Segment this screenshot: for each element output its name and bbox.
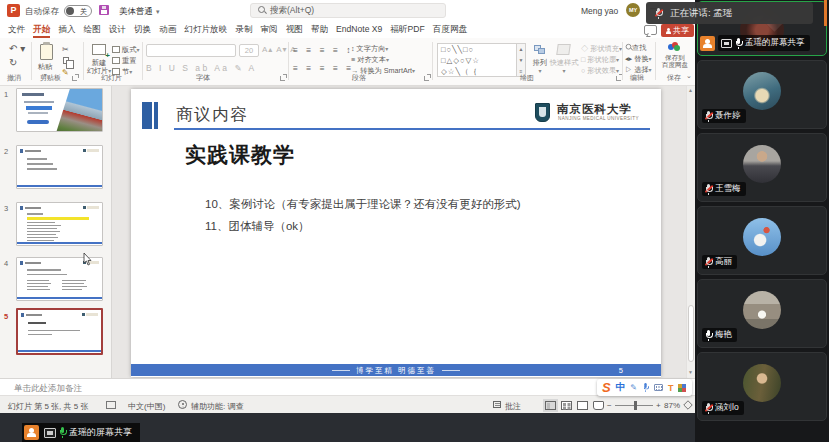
powerpoint-icon[interactable]: P [7,4,20,17]
document-title[interactable]: 美体普通▾ [119,6,160,18]
share-pill-label: 孟瑶的屏幕共享 [69,426,132,439]
tab-view[interactable]: 视图 [282,21,307,38]
tab-help[interactable]: 帮助 [307,21,332,38]
align-icons[interactable]: ≡ ≡ ≡ ≡ ≡ [293,63,354,73]
skin-icon[interactable]: T [668,383,674,393]
font-size-combo[interactable]: 20 [239,44,259,57]
screen-share-indicator[interactable]: 孟瑶的屏幕共享 [22,423,140,442]
align-text-button[interactable]: ≡ 对齐文本▾ [351,55,389,65]
search-placeholder: 搜索(Alt+Q) [270,5,314,17]
undo-button[interactable]: ↶ ▾ [9,44,25,54]
baidu-netdisk-save-icon[interactable] [668,42,682,52]
voice-icon[interactable] [643,383,649,392]
participant-tile[interactable]: 聂作婷 [697,60,827,129]
font-style-icons[interactable]: B I U S ab Aa ✎ A [146,63,257,73]
comments-status-button[interactable]: 批注 [505,401,521,412]
status-bar: 幻灯片 第 5 张, 共 5 张 中文(中国) 辅助功能: 调查 批注 − + … [0,395,695,413]
input-mode-chinese[interactable]: 中 [616,381,626,394]
collapse-ribbon-icon[interactable]: ⌄ [686,72,692,80]
reset-button[interactable]: 重置 [112,56,136,66]
slideshow-view-icon[interactable] [593,401,604,410]
toolbox-grid-icon[interactable] [678,384,686,392]
replace-button[interactable]: ◂▸ 替换▾ [625,54,652,64]
shape-effects-button[interactable]: ○ 形状效果▾ [581,66,619,76]
display-settings-icon[interactable] [106,401,116,409]
autosave-toggle[interactable]: 关 [64,5,92,17]
zoom-slider-handle[interactable] [634,401,637,410]
find-button[interactable]: 查找 [625,43,646,53]
language-status[interactable]: 中文(中国) [128,401,165,412]
paste-button[interactable] [40,44,53,60]
participant-name: 高丽 [715,256,732,268]
scrollbar-thumb[interactable] [688,305,694,362]
shape-outline-button[interactable]: □ 形状轮廓▾ [581,55,619,65]
participant-tile[interactable]: 梅艳 [697,279,827,348]
slide-thumbnail-2[interactable] [16,145,103,189]
shape-fill-button[interactable]: ◇ 形状填充▾ [581,44,622,54]
scroll-up-arrow[interactable]: ▲ [688,88,693,93]
paragraph-dialog-launcher[interactable] [424,76,429,81]
zoom-percentage[interactable]: 87% [664,401,680,410]
accessibility-status[interactable]: 辅助功能: 调查 [191,401,243,412]
font-grow-shrink-icons[interactable]: A▴ A▾ A [262,45,297,55]
screen-share-icon [721,39,732,48]
normal-view-icon[interactable] [545,401,556,410]
header-accent-bar-thin [154,102,158,129]
format-painter-icon[interactable]: ✎ [62,68,69,77]
slide-thumbnail-3[interactable] [16,202,103,246]
zoom-out-button[interactable]: − [607,401,612,410]
reading-view-icon[interactable] [577,401,588,410]
save-icon[interactable] [99,5,109,15]
shapes-gallery-scroll[interactable]: ▲▼≡ [517,43,526,77]
tab-design[interactable]: 设计 [105,21,130,38]
notes-pane[interactable]: 单击此处添加备注 [0,378,695,395]
share-button[interactable]: 共享 [661,24,694,37]
fit-to-window-icon[interactable] [683,400,693,410]
drawing-dialog-launcher[interactable] [616,76,621,81]
redo-button[interactable]: ↻ [9,58,17,68]
font-dialog-launcher[interactable] [280,76,285,81]
slide-thumbnail-1[interactable] [16,88,103,132]
mic-on-icon [59,427,66,438]
slide-sorter-view-icon[interactable] [561,401,572,410]
list-icons[interactable]: ≡ ≡ ≡ ≡ ↕ [293,45,354,55]
participant-tile[interactable]: 王雪梅 [697,133,827,202]
tab-insert[interactable]: 插入 [54,21,79,38]
layout-button[interactable]: 版式▾ [112,45,139,55]
tab-record[interactable]: 录制 [231,21,256,38]
tab-transitions[interactable]: 切换 [130,21,155,38]
search-input[interactable]: 搜索(Alt+Q) [250,3,446,18]
avatar[interactable]: MY [626,3,640,17]
participant-tile[interactable]: 涵刘lo [697,352,827,421]
screen-icon [44,428,56,438]
new-slide-button[interactable] [92,44,106,55]
tab-home[interactable]: 开始 [29,21,54,38]
tab-slideshow[interactable]: 幻灯片放映 [180,21,231,38]
slide-editor[interactable]: 商议内容 南京医科大学 NANJING MEDICAL UNIVERSITY 实… [131,89,661,377]
pen-icon[interactable]: ✎ [630,383,637,392]
tab-draw[interactable]: 绘图 [80,21,105,38]
sogou-logo[interactable]: S [602,380,611,395]
tab-file[interactable]: 文件 [4,21,29,38]
tab-foxit-pdf[interactable]: 福昕PDF [386,21,428,38]
participant-tile[interactable]: 高丽 [697,206,827,275]
clipboard-dialog-launcher[interactable] [72,76,77,81]
tab-animations[interactable]: 动画 [155,21,180,38]
scroll-down-arrow[interactable]: ▼ [688,370,693,375]
slide-thumbnail-5[interactable] [16,308,103,355]
text-direction-button[interactable]: ↕ 文字方向▾ [351,44,388,54]
tab-review[interactable]: 审阅 [256,21,281,38]
comments-icon[interactable] [644,25,657,35]
shapes-gallery[interactable]: □○╲╲□○□△◇○▽☆◇☆╲（｛ [437,43,517,77]
tab-endnote[interactable]: EndNote X9 [332,21,386,38]
tab-baidu-netdisk[interactable]: 百度网盘 [429,21,471,38]
arrange-icon[interactable] [534,45,546,55]
keyboard-icon[interactable] [654,384,663,391]
search-icon [258,6,265,15]
sogou-input-toolbar[interactable]: S 中 ✎ T [597,379,692,396]
cut-icon[interactable]: ✂ [62,45,69,54]
quick-styles-icon[interactable] [556,44,571,55]
zoom-in-button[interactable]: + [656,401,661,410]
font-name-combo[interactable] [146,44,236,57]
copy-icon[interactable] [63,57,69,64]
